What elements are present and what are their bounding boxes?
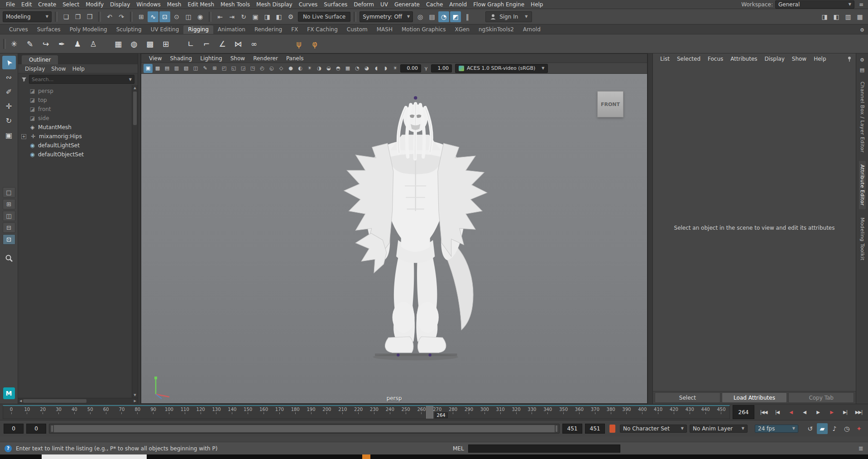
show-tool-settings-icon[interactable]: ◧ bbox=[831, 11, 842, 22]
gamma-field[interactable]: 1.00 bbox=[431, 64, 452, 72]
chain-link-icon[interactable]: ∞ bbox=[247, 37, 261, 51]
menubar-item[interactable]: Edit bbox=[18, 0, 35, 9]
lasso-tool[interactable]: ∾ bbox=[2, 70, 16, 84]
load-attributes-button[interactable]: Load Attributes bbox=[722, 392, 787, 403]
tab-channel-box-layer-editor[interactable]: Channel Box / Layer Editor bbox=[859, 78, 866, 156]
outputs-from-graph-icon[interactable]: ⇥ bbox=[226, 11, 237, 22]
outliner-menu-item[interactable]: Display bbox=[22, 66, 48, 72]
workspace-options-icon[interactable]: ≡ bbox=[857, 0, 865, 9]
snap-to-curve-icon[interactable]: ∿ bbox=[148, 11, 158, 22]
tab-modeling-toolkit[interactable]: Modeling Toolkit bbox=[859, 214, 866, 264]
cluster-lattice-icon[interactable]: ⊞ bbox=[159, 37, 173, 51]
shelf-tab-poly-modeling[interactable]: Poly Modeling bbox=[65, 25, 112, 34]
attribute-editor-menu-item[interactable]: Help bbox=[810, 56, 830, 62]
range-slider-bar-inner[interactable] bbox=[50, 425, 558, 432]
outliner-item-top[interactable]: + ◪ top bbox=[18, 96, 132, 105]
grid-toggle-icon[interactable]: ⊞ bbox=[210, 64, 219, 73]
lock-camera-icon[interactable]: ▩ bbox=[153, 64, 162, 73]
motion-blur-icon[interactable]: ◓ bbox=[334, 64, 343, 73]
show-channel-box-icon[interactable]: ▦ bbox=[854, 11, 865, 22]
scroll-up-icon[interactable]: ▲ bbox=[134, 86, 136, 90]
current-frame-field[interactable]: 264 bbox=[733, 405, 754, 419]
toolbar-grip[interactable] bbox=[354, 12, 356, 22]
outliner-item-persp[interactable]: + ◪ persp bbox=[18, 87, 132, 96]
menubar-item[interactable]: Flow Graph Engine bbox=[470, 0, 528, 9]
create-joint-icon[interactable]: ∟ bbox=[184, 37, 197, 51]
layout-persp-outliner[interactable]: ◫ bbox=[3, 211, 15, 221]
viewport-menu-item[interactable]: Show bbox=[226, 55, 249, 62]
use-all-lights-icon[interactable]: ☀ bbox=[305, 64, 314, 73]
outliner-item-front[interactable]: + ◪ front bbox=[18, 105, 132, 114]
panel-options-icon[interactable]: ⚙ bbox=[858, 55, 867, 64]
shelf-tab-custom[interactable]: Custom bbox=[342, 25, 372, 34]
menubar-item[interactable]: Arnold bbox=[446, 0, 470, 9]
show-modeling-toolkit-icon[interactable]: ◨ bbox=[819, 11, 830, 22]
textured-icon[interactable]: ◐ bbox=[296, 64, 305, 73]
outliner-item-defaultobjectset[interactable]: + ◉ defaultObjectSet bbox=[18, 150, 132, 159]
outliner-search-field[interactable]: ▼ bbox=[29, 75, 134, 84]
undo-icon[interactable]: ↶ bbox=[104, 11, 115, 22]
gamma-icon[interactable]: γ bbox=[422, 64, 431, 73]
menubar-item[interactable]: Help bbox=[528, 0, 546, 9]
quill-curve-icon[interactable]: ✒ bbox=[55, 37, 68, 51]
auto-keyframe-icon[interactable]: ✦ bbox=[854, 423, 864, 434]
lattice-icon[interactable]: ▦ bbox=[111, 37, 125, 51]
snap-to-view-plane-icon[interactable]: ◫ bbox=[183, 11, 194, 22]
curves-tool-icon[interactable]: ✳ bbox=[7, 37, 21, 51]
viewport-canvas[interactable]: FRONT persp bbox=[141, 74, 647, 403]
attribute-editor-menu-item[interactable]: Attributes bbox=[727, 56, 761, 62]
scale-tool[interactable]: ▣ bbox=[2, 128, 16, 142]
shelf-tab-arnold[interactable]: Arnold bbox=[518, 25, 545, 34]
shelf-tab-animation[interactable]: Animation bbox=[213, 25, 250, 34]
open-scene-icon[interactable]: ❐ bbox=[72, 11, 83, 22]
panel-splitter[interactable] bbox=[138, 53, 141, 404]
scroll-right-icon[interactable]: ▶ bbox=[134, 399, 136, 403]
play-backwards-button[interactable]: ◀ bbox=[798, 406, 811, 419]
render-settings-icon[interactable]: ⚙ bbox=[285, 11, 296, 22]
xray-icon[interactable]: ◖ bbox=[372, 64, 381, 73]
snap-to-projected-center-icon[interactable]: ⊙ bbox=[171, 11, 182, 22]
layout-four-pane[interactable]: ⊞ bbox=[3, 199, 15, 209]
menubar-item[interactable]: Select bbox=[59, 0, 82, 9]
humanik-character-icon[interactable]: ♙ bbox=[86, 37, 100, 51]
playback-start-field[interactable]: 0 bbox=[26, 424, 46, 434]
animation-end-field[interactable]: 451 bbox=[585, 424, 605, 434]
anim-layer-dropdown[interactable]: No Anim Layer ▼ bbox=[690, 425, 748, 433]
inputs-to-graph-icon[interactable]: ⇤ bbox=[215, 11, 225, 22]
toolbar-grip[interactable] bbox=[55, 12, 58, 22]
shelf-tab-xgen[interactable]: XGen bbox=[450, 25, 474, 34]
workspace-stack-icon[interactable]: ▤ bbox=[858, 65, 867, 74]
ipr-render-icon[interactable]: ◧ bbox=[273, 11, 284, 22]
ik-spline-icon[interactable]: ∠ bbox=[216, 37, 229, 51]
shelf-tab-rigging[interactable]: Rigging bbox=[183, 25, 213, 34]
sphere-wrap-icon[interactable]: ◍ bbox=[127, 37, 141, 51]
highlight-selection-icon[interactable]: ◎ bbox=[415, 11, 426, 22]
camera-attributes-icon[interactable]: ▤ bbox=[163, 64, 172, 73]
menubar-item[interactable]: Create bbox=[35, 0, 59, 9]
object-details-icon[interactable]: ▤ bbox=[427, 11, 437, 22]
play-forwards-button[interactable]: ▶ bbox=[811, 406, 825, 419]
outliner-item-mixamorig-hips[interactable]: + ✛ mixamorig:Hips bbox=[18, 132, 132, 141]
shelf-tab-surfaces[interactable]: Surfaces bbox=[33, 25, 65, 34]
menubar-item[interactable]: UV bbox=[377, 0, 391, 9]
bookmarks-icon[interactable]: ▥ bbox=[172, 64, 181, 73]
step-back-frame-button[interactable]: |◀ bbox=[771, 406, 784, 419]
pan-zoom-2d-icon[interactable]: ◫ bbox=[191, 64, 200, 73]
character-model[interactable] bbox=[325, 90, 504, 366]
viewport-menu-item[interactable]: Shading bbox=[166, 55, 196, 62]
menubar-item[interactable]: Mesh bbox=[164, 0, 185, 9]
outliner-item-defaultlightset[interactable]: + ◉ defaultLightSet bbox=[18, 141, 132, 150]
shadows-icon[interactable]: ◑ bbox=[315, 64, 324, 73]
scroll-down-icon[interactable]: ▼ bbox=[134, 393, 136, 397]
layout-persp-graph[interactable]: ⊡ bbox=[3, 234, 15, 245]
evaluation-mode-icon[interactable]: ◩ bbox=[450, 11, 461, 22]
select-tool[interactable]: ➤ bbox=[2, 56, 16, 69]
viewport-menu-item[interactable]: Panels bbox=[282, 55, 308, 62]
animation-start-field[interactable]: 0 bbox=[4, 424, 24, 434]
shelf-tab-rendering[interactable]: Rendering bbox=[250, 25, 287, 34]
scroll-left-icon[interactable]: ◀ bbox=[19, 399, 22, 403]
range-slider[interactable] bbox=[49, 424, 560, 434]
render-current-frame-icon[interactable]: ◨ bbox=[262, 11, 273, 22]
menu-set-dropdown[interactable]: Modeling ▼ bbox=[3, 11, 52, 22]
field-chart-icon[interactable]: ◳ bbox=[248, 64, 257, 73]
